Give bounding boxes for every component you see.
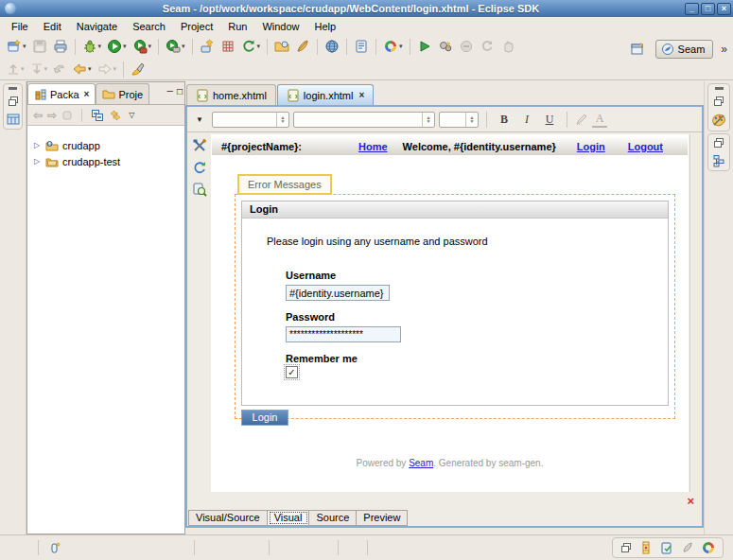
refresh-remote-button[interactable]: ▾ (239, 38, 263, 55)
collapse-all-icon[interactable] (91, 109, 104, 122)
window-minimize-button[interactable]: _ (685, 3, 699, 15)
testng-button[interactable]: ▾ (381, 38, 405, 55)
debug-button[interactable]: ▾ (80, 38, 104, 55)
resume-button[interactable] (415, 38, 434, 55)
web-browser-button[interactable] (323, 38, 341, 55)
notes-button[interactable] (352, 38, 371, 55)
open-resource-button[interactable] (272, 38, 291, 55)
explorer-up-icon[interactable] (61, 110, 73, 121)
menu-run[interactable]: Run (220, 19, 254, 34)
fast-view-shortcut-icon[interactable] (48, 541, 61, 554)
username-input[interactable] (286, 285, 390, 301)
font-color-button[interactable]: A (592, 112, 607, 128)
menu-navigate[interactable]: Navigate (69, 19, 125, 34)
font-name-combo[interactable]: ▲▼ (293, 112, 435, 128)
progress-icon[interactable] (639, 541, 653, 554)
seam-link[interactable]: Seam (409, 458, 433, 468)
tab-visual-source[interactable]: Visual/Source (188, 510, 268, 526)
login-submit-button[interactable]: Login (241, 410, 288, 426)
save-button[interactable] (30, 38, 49, 55)
suspend-button[interactable] (457, 38, 476, 55)
restore-icon[interactable] (713, 96, 724, 107)
menu-help[interactable]: Help (307, 19, 344, 34)
tree-item-crudapp[interactable]: ▷ crudapp (27, 137, 184, 153)
logout-link[interactable]: Logout (628, 141, 663, 152)
package-explorer-close-icon[interactable]: × (84, 89, 90, 99)
forward-button[interactable]: ▾ (96, 61, 119, 78)
tab-project-explorer[interactable]: Proje (96, 83, 149, 104)
fast-view-minimize-icon[interactable] (9, 87, 17, 90)
spinner-icon[interactable]: ▲▼ (465, 113, 478, 127)
palette-icon[interactable] (711, 113, 726, 128)
editor-tab-close-icon[interactable]: × (358, 90, 364, 100)
tree-item-crudapp-test[interactable]: ▷ crudapp-test (27, 153, 184, 169)
tab-login-xhtml[interactable]: login.xhtml × (277, 84, 374, 105)
menu-project[interactable]: Project (173, 19, 220, 34)
debug-config-button[interactable] (436, 38, 455, 55)
next-annotation-button[interactable]: ▾ (5, 61, 26, 77)
relaunch-button[interactable] (478, 38, 497, 55)
close-selection-icon[interactable]: × (687, 494, 694, 508)
last-edit-location-button[interactable] (51, 61, 68, 77)
run-button[interactable]: ▾ (105, 38, 129, 55)
window-maximize-button[interactable]: □ (701, 3, 715, 15)
explorer-minimize-icon[interactable]: ─ (167, 86, 173, 96)
feather-tray-icon[interactable] (681, 541, 694, 554)
format-brush-button[interactable] (129, 61, 148, 78)
restore-tray-icon[interactable] (620, 542, 632, 553)
external-tools-button[interactable]: ▾ (164, 38, 187, 55)
outline-view-icon[interactable] (712, 154, 725, 167)
password-input[interactable] (286, 326, 401, 342)
tab-preview[interactable]: Preview (357, 510, 408, 526)
editor-menu-icon[interactable]: ▼ (191, 115, 208, 124)
menu-window[interactable]: Window (254, 19, 306, 34)
pen-icon[interactable] (575, 113, 588, 126)
perspective-seam-button[interactable]: Seam (655, 40, 714, 59)
restore-icon[interactable] (8, 96, 19, 107)
tab-package-explorer[interactable]: Packa × (27, 83, 96, 104)
validation-icon[interactable] (660, 541, 673, 554)
bold-button[interactable]: B (495, 113, 514, 127)
mark-occurrences-button[interactable] (293, 38, 312, 55)
spinner-icon[interactable]: ▲▼ (422, 113, 434, 127)
restore-icon[interactable] (713, 137, 724, 149)
style-class-combo[interactable]: ▲▼ (212, 112, 289, 128)
expand-icon[interactable]: ▷ (32, 157, 42, 166)
back-button[interactable]: ▾ (70, 61, 94, 78)
expand-icon[interactable]: ▷ (32, 141, 42, 149)
home-link[interactable]: Home (358, 141, 388, 152)
window-close-button[interactable]: × (717, 3, 731, 15)
prev-annotation-button[interactable]: ▾ (28, 61, 50, 77)
explorer-forward-icon[interactable]: ⇨ (47, 109, 57, 122)
spinner-icon[interactable]: ▲▼ (276, 113, 288, 127)
font-size-combo[interactable]: ▲▼ (439, 112, 479, 128)
tab-visual[interactable]: Visual (268, 510, 310, 526)
print-button[interactable] (51, 38, 70, 55)
toolbar-overflow-chevron[interactable]: » (721, 43, 726, 56)
tab-source[interactable]: Source (309, 510, 357, 526)
explorer-back-icon[interactable]: ⇦ (33, 109, 43, 122)
deploy-button[interactable] (198, 38, 217, 55)
menu-file[interactable]: File (4, 19, 36, 34)
run-last-button[interactable]: ▾ (131, 38, 154, 55)
underline-button[interactable]: U (540, 113, 559, 127)
preview-zoom-icon[interactable] (192, 182, 207, 197)
explorer-view-menu-icon[interactable]: ▽ (129, 111, 134, 119)
link-with-editor-icon[interactable] (109, 109, 122, 122)
login-link[interactable]: Login (577, 141, 605, 152)
editor-scrollbar[interactable] (689, 134, 701, 492)
tools-icon[interactable] (192, 138, 207, 153)
drop-to-frame-button[interactable] (498, 38, 517, 55)
explorer-maximize-icon[interactable]: □ (177, 86, 183, 96)
new-wizard-button[interactable]: ▾ (5, 38, 28, 55)
table-view-icon[interactable] (7, 113, 20, 126)
italic-button[interactable]: I (517, 113, 536, 127)
remember-me-checkbox[interactable]: ✓ (286, 366, 298, 378)
refresh-page-icon[interactable] (192, 160, 207, 175)
form-selection-outline[interactable]: Login Please login using any username an… (235, 194, 675, 419)
tab-home-xhtml[interactable]: home.xhtml (186, 84, 276, 105)
menu-edit[interactable]: Edit (36, 19, 69, 34)
menu-search[interactable]: Search (125, 19, 173, 34)
open-perspective-button[interactable] (628, 41, 647, 58)
editor-minimize-icon[interactable] (715, 87, 724, 90)
